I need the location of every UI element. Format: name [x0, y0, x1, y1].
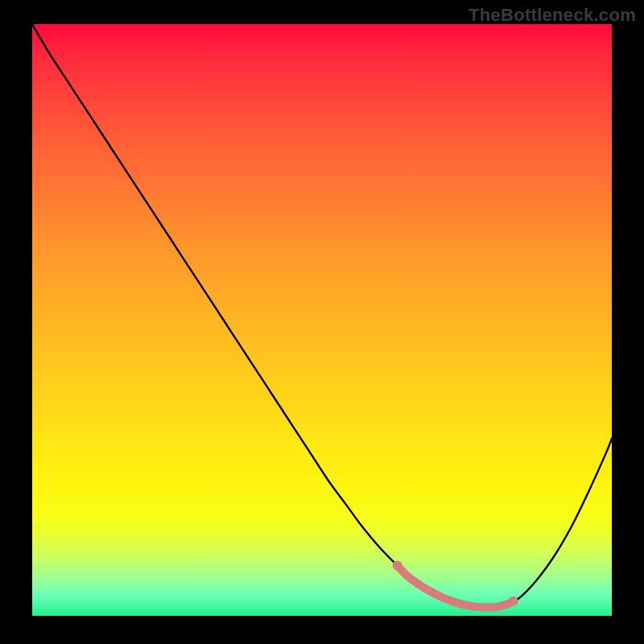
bottleneck-curve [32, 24, 612, 610]
low-bottleneck-range [398, 566, 514, 608]
range-start-dot [393, 561, 402, 571]
chart-overlay [32, 24, 612, 616]
watermark-text: TheBottleneck.com [469, 5, 636, 26]
range-end-dot [509, 597, 518, 606]
plot-area [32, 24, 612, 616]
chart-frame: TheBottleneck.com [0, 0, 644, 644]
